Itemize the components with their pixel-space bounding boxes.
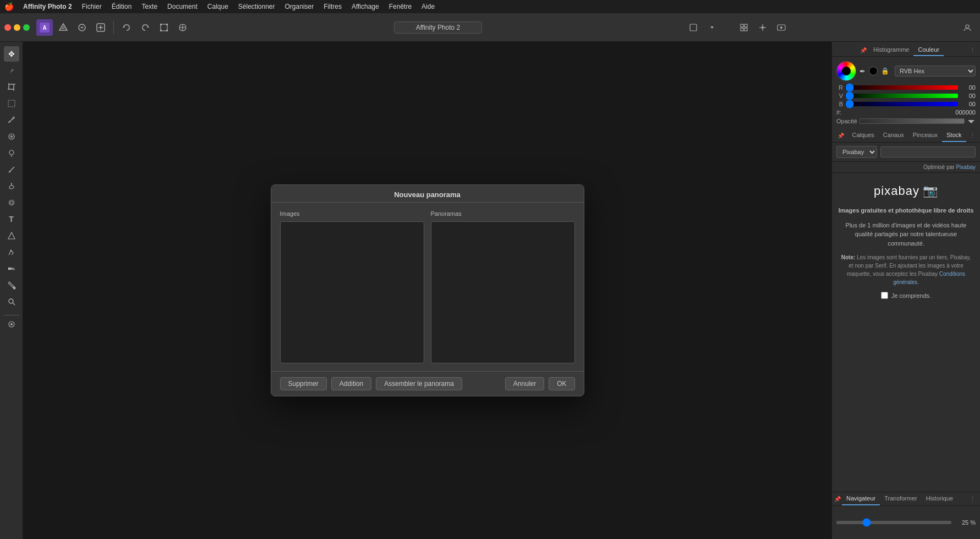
annuler-button[interactable]: Annuler <box>505 377 544 390</box>
macro-button[interactable]: ⏺ <box>773 19 790 36</box>
user-account-button[interactable] <box>959 19 976 36</box>
fill-tool[interactable] <box>4 277 19 293</box>
menubar-edition[interactable]: Édition <box>108 2 136 12</box>
supprimer-button[interactable]: Supprimer <box>280 377 327 390</box>
menubar-organiser[interactable]: Organiser <box>281 2 318 12</box>
images-list[interactable] <box>280 221 424 363</box>
menubar-texte[interactable]: Texte <box>138 2 161 12</box>
stock-search-input[interactable] <box>880 146 976 157</box>
panel-pin-icon[interactable]: 📌 <box>858 46 869 55</box>
tab-calques[interactable]: Calques <box>847 129 878 142</box>
transform-button[interactable] <box>156 19 172 36</box>
stock-section: Pixabay Optimisé par Pixabay pixabay 📷 I… <box>832 143 980 492</box>
assembler-button[interactable]: Assembler le panorama <box>376 377 462 390</box>
develop-persona-button[interactable] <box>92 19 109 36</box>
section-options-button[interactable]: ⋮ <box>967 131 978 140</box>
images-label: Images <box>280 210 424 217</box>
undo-button[interactable] <box>118 19 135 36</box>
tab-transformer[interactable]: Transformer <box>880 492 922 505</box>
svg-rect-22 <box>741 28 743 31</box>
close-window-button[interactable] <box>4 24 11 31</box>
text-tool[interactable]: T <box>4 211 19 227</box>
tab-stock[interactable]: Stock <box>942 129 966 142</box>
menubar-aide[interactable]: Aide <box>418 2 439 12</box>
apple-menu-icon[interactable]: 🍎 <box>4 2 14 11</box>
addition-button[interactable]: Addition <box>331 377 371 390</box>
menubar-app[interactable]: Affinity Photo 2 <box>19 2 76 12</box>
minimize-window-button[interactable] <box>14 24 20 31</box>
zoom-tool-button[interactable] <box>4 294 19 309</box>
smudge-tool[interactable] <box>4 162 19 177</box>
menubar-affichage[interactable]: Affichage <box>348 2 383 12</box>
arrange-button[interactable] <box>736 19 752 36</box>
section-pin-icon[interactable]: 📌 <box>835 132 846 140</box>
selection-tool-button[interactable]: ↗ <box>4 63 19 78</box>
panel-options-button[interactable]: ⋮ <box>967 46 978 55</box>
opacity-label: Opacité <box>836 118 857 124</box>
view-tool-button[interactable] <box>4 317 19 332</box>
bottom-panel-options-button[interactable]: ⋮ <box>967 494 978 504</box>
view-options-button[interactable] <box>704 19 720 36</box>
snap-button[interactable] <box>754 19 771 36</box>
dodge-tool[interactable] <box>4 178 19 194</box>
shape-tool[interactable] <box>4 228 19 243</box>
pen-tool[interactable] <box>4 244 19 260</box>
b-slider[interactable] <box>845 102 958 106</box>
transform-mode-button[interactable] <box>174 19 191 36</box>
menubar-calque[interactable]: Calque <box>204 2 232 12</box>
svg-rect-14 <box>166 30 168 31</box>
clone-stamp-tool[interactable] <box>4 145 19 161</box>
menubar-selectionner[interactable]: Sélectionner <box>234 2 279 12</box>
tab-historique[interactable]: Historique <box>922 492 958 505</box>
svg-marker-8 <box>123 26 125 28</box>
r-label: R <box>836 84 843 91</box>
gradient-tool[interactable] <box>4 261 19 276</box>
stock-source-select[interactable]: Pixabay <box>836 146 877 158</box>
rectangle-marquee-tool[interactable] <box>4 96 19 111</box>
svg-point-26 <box>762 26 764 29</box>
menubar-fichier[interactable]: Fichier <box>78 2 106 12</box>
panoramas-list[interactable] <box>431 221 575 363</box>
affinity-persona-button[interactable]: A <box>36 19 53 36</box>
r-slider[interactable] <box>845 85 958 90</box>
persona-button-1[interactable] <box>55 19 72 36</box>
bottom-panel-pin-icon[interactable]: 📌 <box>834 496 841 502</box>
modal-overlay: Nouveau panorama Images Panoramas Suppri… <box>23 42 831 539</box>
color-mode-select[interactable]: RVB Hex <box>895 66 976 77</box>
menubar-document[interactable]: Document <box>163 2 201 12</box>
menubar-fenetre[interactable]: Fenêtre <box>385 2 415 12</box>
color-swatch-black[interactable] <box>869 67 878 75</box>
lock-icon[interactable]: 🔒 <box>881 67 889 75</box>
tab-canaux[interactable]: Canaux <box>879 129 908 142</box>
tab-pinceaux[interactable]: Pinceaux <box>908 129 942 142</box>
ok-button[interactable]: OK <box>549 377 574 390</box>
svg-point-45 <box>10 250 12 252</box>
maximize-window-button[interactable] <box>23 24 30 31</box>
tab-histogramme[interactable]: Histogramme <box>869 44 913 56</box>
stock-content: pixabay 📷 Images gratuites et photothèqu… <box>832 173 980 492</box>
color-pen-icon[interactable]: ✒ <box>859 67 866 75</box>
opacity-dropdown-icon[interactable] <box>967 118 976 124</box>
healing-brush-tool[interactable] <box>4 129 19 144</box>
paintbrush-tool[interactable] <box>4 112 19 128</box>
tab-navigateur[interactable]: Navigateur <box>842 492 880 505</box>
camera-icon: 📷 <box>923 184 938 198</box>
agree-label: Je comprends. <box>891 292 931 299</box>
menubar-filtres[interactable]: Filtres <box>320 2 346 12</box>
svg-point-48 <box>13 287 15 290</box>
zoom-slider[interactable] <box>836 521 951 524</box>
tab-couleur[interactable]: Couleur <box>913 44 944 56</box>
color-wheel[interactable] <box>836 61 856 81</box>
persona-button-2[interactable] <box>74 19 90 36</box>
svg-text:⏺: ⏺ <box>780 26 783 29</box>
v-slider[interactable] <box>845 94 958 98</box>
agree-checkbox[interactable] <box>881 292 888 299</box>
crop-tool-button[interactable] <box>4 79 19 95</box>
redo-button[interactable] <box>137 19 154 36</box>
stock-sub-description: Plus de 1 million d'images et de vidéos … <box>837 221 974 248</box>
move-tool-button[interactable]: ✥ <box>4 46 19 62</box>
pixabay-link[interactable]: Pixabay <box>956 164 976 170</box>
view-mode-button[interactable] <box>685 19 702 36</box>
svg-rect-18 <box>690 24 697 31</box>
blur-tool[interactable] <box>4 195 19 210</box>
